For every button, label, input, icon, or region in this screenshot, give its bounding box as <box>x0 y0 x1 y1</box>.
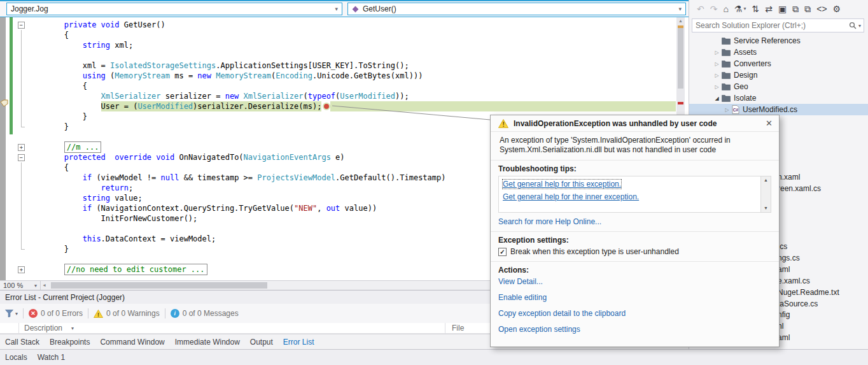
navigation-bar: Jogger.Jog ▾ GetUser() ▾ <box>0 0 689 17</box>
expand-region-icon[interactable]: + <box>18 266 25 273</box>
popup-description: An exception of type 'System.InvalidOper… <box>491 132 779 161</box>
tab-watch-1[interactable]: Watch 1 <box>38 353 66 362</box>
zoom-selector[interactable]: 100 % ▾ <box>0 281 41 290</box>
outline-guide <box>18 61 25 71</box>
tip-link[interactable]: Get general help for the inner exception… <box>503 192 639 201</box>
tab-error-list[interactable]: Error List <box>283 338 314 347</box>
expand-region-icon[interactable]: + <box>18 144 25 151</box>
code-line[interactable]: { <box>0 81 676 91</box>
scroll-annotation-mark <box>678 25 683 28</box>
outline-guide <box>18 244 25 254</box>
code-line[interactable]: − private void GetUser() <box>0 20 676 30</box>
tips-label: Troubleshooting tips: <box>498 164 771 173</box>
svg-text:!: ! <box>97 311 99 318</box>
tab-command-window[interactable]: Command Window <box>100 338 164 347</box>
info-icon: i <box>171 309 179 318</box>
tab-call-stack[interactable]: Call Stack <box>5 338 39 347</box>
chevron-down-icon: ▾ <box>335 6 338 12</box>
outline-guide <box>18 234 25 244</box>
actions-section: Actions: View Detail...Enable editingCop… <box>491 262 779 346</box>
settings-label: Exception settings: <box>498 236 771 245</box>
tree-item-partial[interactable]: n.xaml <box>778 173 800 182</box>
column-header-description[interactable]: Description ▾ <box>19 323 445 333</box>
outline-guide <box>18 122 25 132</box>
break-setting[interactable]: ✓ Break when this exception type is user… <box>498 247 771 256</box>
tab-breakpoints[interactable]: Breakpoints <box>50 338 90 347</box>
zoom-value: 100 % <box>3 282 23 289</box>
outline-guide <box>18 162 25 173</box>
outline-guide <box>18 111 25 122</box>
tab-immediate-window[interactable]: Immediate Window <box>175 338 240 347</box>
scroll-down-icon[interactable]: ▼ <box>761 204 771 212</box>
error-list-title: Error List - Current Project (Jogger) <box>5 293 125 302</box>
action-link-view-detail[interactable]: View Detail... <box>498 277 543 286</box>
code-line[interactable]: XmlSerializer serializer = new XmlSerial… <box>0 91 676 101</box>
exception-popup: ! InvalidOperationException was unhandle… <box>490 115 780 347</box>
scroll-up-icon[interactable]: ▲ <box>761 176 771 184</box>
errors-count[interactable]: 0 of 0 Errors <box>41 309 83 318</box>
outline-guide <box>18 183 25 193</box>
outline-guide <box>18 30 25 40</box>
collapsed-comment[interactable]: //no need to edit customer ... <box>64 264 207 275</box>
popup-title: InvalidOperationException was unhandled … <box>514 119 717 128</box>
outline-guide <box>18 91 25 101</box>
separator <box>165 308 165 318</box>
outline-guide <box>18 213 25 224</box>
collapse-region-icon[interactable]: − <box>18 22 25 29</box>
filter-icon[interactable] <box>5 310 13 317</box>
code-line[interactable]: xml = IsolatedStorageSettings.Applicatio… <box>0 61 676 71</box>
tree-item-partial[interactable]: reen.xaml.cs <box>778 185 821 193</box>
messages-count[interactable]: 0 of 0 Messages <box>183 309 239 318</box>
chevron-down-icon[interactable]: ▾ <box>15 311 18 317</box>
error-icon: ✕ <box>29 309 38 318</box>
code-line[interactable] <box>0 50 676 61</box>
action-link-copy-exception-detail-to-the-clipboard[interactable]: Copy exception detail to the clipboard <box>498 309 626 318</box>
column-header-category[interactable] <box>0 323 19 333</box>
svg-text:!: ! <box>502 121 504 128</box>
method-icon <box>353 6 359 12</box>
exception-marker-icon <box>323 103 330 110</box>
collapsed-comment[interactable]: //m ... <box>64 141 102 153</box>
actions-list: View Detail...Enable editingCopy excepti… <box>498 277 771 334</box>
scroll-up-icon[interactable]: ▲ <box>676 17 685 25</box>
outline-guide <box>18 224 25 234</box>
tab-locals[interactable]: Locals <box>5 353 27 362</box>
collapse-region-icon[interactable]: − <box>18 154 25 161</box>
action-link-enable-editing[interactable]: Enable editing <box>498 293 547 302</box>
tab-output[interactable]: Output <box>250 338 273 347</box>
outline-guide <box>18 101 25 111</box>
tree-item-partial[interactable]: Nuget.Readme.txt <box>778 289 839 297</box>
tips-list: Get general help for this exception.Get … <box>503 180 757 201</box>
chevron-down-icon: ▾ <box>71 326 74 331</box>
watch-tabs: LocalsWatch 1 <box>0 349 868 365</box>
scroll-left-icon[interactable]: ◄ <box>42 281 46 290</box>
outline-guide <box>18 193 25 203</box>
action-link-open-exception-settings[interactable]: Open exception settings <box>498 325 580 334</box>
file-dropdown[interactable]: Jogger.Jog ▾ <box>6 3 342 15</box>
outline-guide <box>18 173 25 183</box>
tips-scrollbar[interactable]: ▲ ▼ <box>760 176 771 212</box>
file-dropdown-value: Jogger.Jog <box>11 4 48 13</box>
tree-item-partial[interactable]: ngs.cs <box>778 254 800 262</box>
warnings-count[interactable]: 0 of 0 Warnings <box>106 309 160 318</box>
outline-guide <box>18 203 25 213</box>
warning-icon: ! <box>498 119 508 128</box>
scrollbar-thumb[interactable] <box>51 282 267 289</box>
scrollbar-thumb[interactable] <box>678 27 683 89</box>
code-line[interactable]: User = (UserModified)serializer.Deserial… <box>0 101 676 111</box>
outline-guide <box>18 81 25 91</box>
separator <box>23 308 24 318</box>
troubleshooting-section: Troubleshooting tips: Get general help f… <box>491 161 779 232</box>
tree-item-partial[interactable]: e.xaml.cs <box>778 277 810 285</box>
tip-link[interactable]: Get general help for this exception. <box>503 180 621 189</box>
code-line[interactable]: using (MemoryStream ms = new MemoryStrea… <box>0 71 676 81</box>
code-line[interactable]: string xml; <box>0 40 676 50</box>
member-dropdown[interactable]: GetUser() ▾ <box>347 3 686 15</box>
tree-item-partial[interactable]: taSource.cs <box>778 300 818 308</box>
break-checkbox[interactable]: ✓ <box>498 248 507 256</box>
search-online-link[interactable]: Search for more Help Online... <box>498 217 601 226</box>
code-line[interactable]: { <box>0 30 676 40</box>
tips-box: Get general help for this exception.Get … <box>498 176 771 213</box>
tag-icon <box>0 99 8 109</box>
close-icon[interactable]: ✕ <box>766 118 773 128</box>
